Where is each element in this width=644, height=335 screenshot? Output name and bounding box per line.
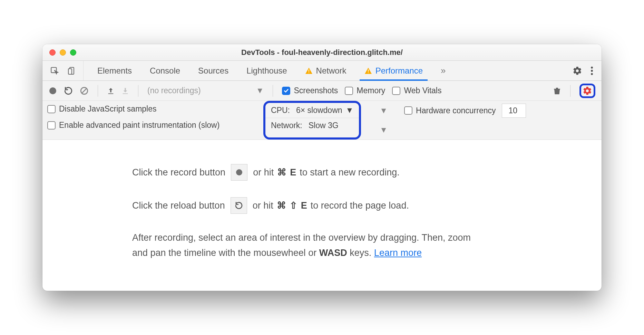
svg-rect-5: [368, 69, 369, 71]
enable-paint-instrumentation-checkbox[interactable]: Enable advanced paint instrumentation (s…: [47, 121, 219, 130]
tab-console[interactable]: Console: [150, 66, 180, 76]
window-title: DevTools - foul-heavenly-direction.glitc…: [42, 48, 602, 57]
svg-rect-15: [554, 89, 560, 89]
device-toggle-icon[interactable]: [67, 66, 76, 75]
traffic-lights: [42, 49, 76, 56]
svg-point-9: [591, 73, 593, 75]
svg-rect-4: [309, 72, 309, 73]
reload-record-button[interactable]: [64, 86, 73, 95]
performance-toolbar: (no recordings) ▼ Screenshots Memory Web…: [42, 81, 602, 101]
record-icon-inline: [231, 164, 247, 181]
titlebar: DevTools - foul-heavenly-direction.glitc…: [42, 44, 602, 61]
zoom-window-button[interactable]: [70, 49, 76, 56]
tab-lighthouse[interactable]: Lighthouse: [246, 66, 287, 76]
devtools-window: DevTools - foul-heavenly-direction.glitc…: [42, 44, 602, 290]
capture-settings-panel: Disable JavaScript samples Enable advanc…: [42, 101, 602, 140]
svg-rect-6: [368, 72, 369, 73]
download-profile-button[interactable]: [121, 87, 129, 95]
clear-button[interactable]: [80, 86, 89, 95]
cpu-throttle-label: CPU:: [271, 106, 290, 115]
cpu-throttle-select[interactable]: 6× slowdown▼: [296, 106, 353, 115]
network-throttle-select[interactable]: Slow 3G: [309, 121, 339, 130]
svg-rect-14: [556, 88, 558, 89]
learn-more-link[interactable]: Learn more: [374, 248, 422, 258]
memory-checkbox[interactable]: Memory: [345, 86, 385, 95]
record-button[interactable]: [49, 87, 57, 95]
disable-js-samples-checkbox[interactable]: Disable JavaScript samples: [47, 104, 157, 114]
webvitals-checkbox[interactable]: Web Vitals: [392, 86, 441, 95]
warning-icon: [364, 67, 372, 74]
hardware-concurrency-checkbox[interactable]: Hardware concurrency: [404, 106, 496, 115]
svg-rect-3: [309, 69, 309, 71]
svg-rect-2: [68, 69, 72, 74]
svg-point-10: [49, 87, 56, 94]
more-tabs-button[interactable]: »: [441, 65, 446, 76]
capture-settings-button[interactable]: [579, 84, 595, 98]
trash-icon[interactable]: [553, 86, 561, 95]
inspect-icon[interactable]: [50, 66, 59, 75]
tab-network[interactable]: Network: [305, 66, 347, 76]
network-throttle-label: Network:: [271, 121, 302, 130]
tab-sources[interactable]: Sources: [198, 66, 228, 76]
tabs-bar: Elements Console Sources Lighthouse Netw…: [42, 61, 602, 81]
svg-point-8: [591, 70, 593, 72]
svg-rect-13: [123, 93, 128, 94]
minimize-window-button[interactable]: [60, 49, 66, 56]
kebab-menu-icon[interactable]: [591, 66, 593, 76]
recordings-dropdown[interactable]: (no recordings) ▼: [147, 86, 264, 95]
close-window-button[interactable]: [49, 49, 56, 56]
upload-profile-button[interactable]: [107, 87, 115, 95]
hardware-concurrency-input[interactable]: 10: [502, 104, 526, 118]
tab-elements[interactable]: Elements: [97, 66, 132, 76]
screenshots-checkbox[interactable]: Screenshots: [282, 86, 338, 95]
settings-icon[interactable]: [573, 66, 582, 76]
throttling-highlight: CPU: 6× slowdown▼ Network: Slow 3G: [263, 101, 361, 140]
tab-performance[interactable]: Performance: [364, 66, 423, 76]
svg-rect-12: [108, 93, 114, 94]
warning-icon: [305, 67, 313, 74]
svg-point-16: [236, 169, 242, 175]
empty-state: Click the record button or hit ⌘ E to st…: [42, 140, 602, 290]
reload-icon-inline: [231, 197, 247, 214]
svg-point-7: [591, 67, 593, 69]
